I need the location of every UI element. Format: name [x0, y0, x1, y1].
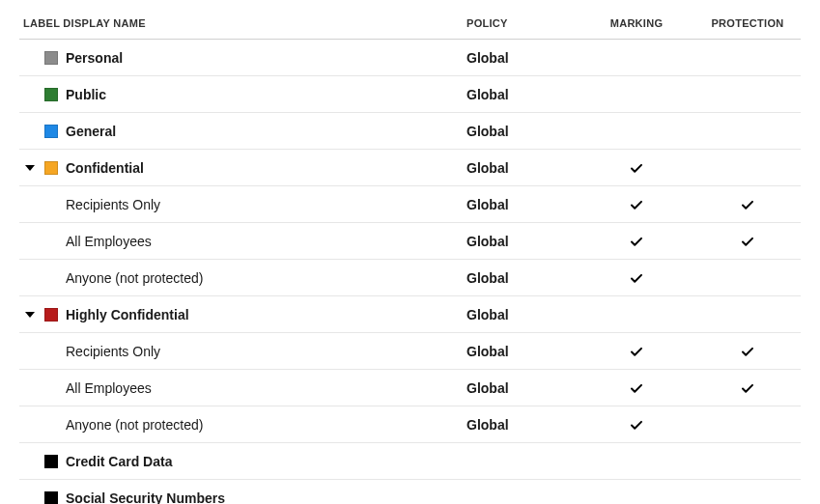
policy-value: Global	[467, 270, 509, 286]
check-icon	[740, 233, 755, 248]
col-header-policy[interactable]: POLICY	[463, 10, 579, 40]
label-name: Personal	[66, 50, 123, 66]
label-name: Public	[66, 87, 106, 102]
policy-value: Global	[467, 344, 509, 359]
col-header-name[interactable]: LABEL DISPLAY NAME	[19, 10, 463, 40]
sublabel-name: Anyone (not protected)	[66, 417, 203, 433]
col-header-marking[interactable]: MARKING	[579, 10, 694, 40]
label-color-swatch	[44, 491, 58, 504]
policy-value: Global	[467, 380, 509, 396]
table-row[interactable]: Highly ConfidentialGlobal	[19, 296, 801, 333]
svg-marker-1	[25, 312, 35, 318]
label-name: Confidential	[66, 160, 144, 176]
check-icon	[629, 343, 644, 358]
table-row[interactable]: All EmployeesGlobal	[19, 223, 801, 260]
label-color-swatch	[44, 88, 58, 101]
collapse-icon[interactable]	[23, 310, 37, 320]
label-color-swatch	[44, 161, 58, 175]
policy-value: Global	[467, 307, 509, 322]
policy-value: Global	[467, 417, 509, 433]
table-row[interactable]: Anyone (not protected)Global	[19, 406, 801, 443]
check-icon	[629, 159, 644, 175]
policy-value: Global	[467, 50, 509, 66]
svg-marker-0	[25, 165, 35, 171]
policy-value: Global	[467, 124, 509, 139]
table-row[interactable]: PublicGlobal	[19, 76, 801, 113]
check-icon	[629, 379, 644, 395]
table-row[interactable]: Anyone (not protected)Global	[19, 260, 801, 296]
check-icon	[629, 196, 644, 211]
policy-value: Global	[467, 234, 509, 249]
check-icon	[740, 379, 755, 395]
label-color-swatch	[44, 51, 58, 65]
table-row[interactable]: ConfidentialGlobal	[19, 150, 801, 186]
check-icon	[740, 196, 755, 211]
label-color-swatch	[44, 455, 58, 468]
table-row[interactable]: Recipients OnlyGlobal	[19, 333, 801, 370]
check-icon	[629, 233, 644, 248]
policy-value: Global	[467, 87, 509, 102]
table-row[interactable]: PersonalGlobal	[19, 40, 801, 76]
table-header-row: LABEL DISPLAY NAME POLICY MARKING PROTEC…	[19, 10, 801, 40]
labels-table: LABEL DISPLAY NAME POLICY MARKING PROTEC…	[19, 10, 801, 504]
table-row[interactable]: GeneralGlobal	[19, 113, 801, 150]
table-row[interactable]: All EmployeesGlobal	[19, 370, 801, 406]
policy-value: Global	[467, 197, 509, 212]
check-icon	[629, 416, 644, 432]
label-name: Social Security Numbers	[66, 490, 225, 504]
sublabel-name: All Employees	[66, 380, 152, 396]
check-icon	[740, 343, 755, 358]
label-name: General	[66, 124, 116, 139]
policy-value: Global	[467, 160, 509, 176]
sublabel-name: All Employees	[66, 234, 152, 249]
sublabel-name: Recipients Only	[66, 344, 160, 359]
sublabel-name: Anyone (not protected)	[66, 270, 203, 286]
check-icon	[629, 269, 644, 285]
table-row[interactable]: Social Security Numbers	[19, 480, 801, 505]
label-name: Credit Card Data	[66, 454, 172, 469]
label-name: Highly Confidential	[66, 307, 189, 322]
sublabel-name: Recipients Only	[66, 197, 160, 212]
table-row[interactable]: Credit Card Data	[19, 443, 801, 480]
col-header-protection[interactable]: PROTECTION	[694, 10, 801, 40]
label-color-swatch	[44, 308, 58, 322]
label-color-swatch	[44, 125, 58, 138]
table-row[interactable]: Recipients OnlyGlobal	[19, 186, 801, 223]
collapse-icon[interactable]	[23, 163, 37, 173]
